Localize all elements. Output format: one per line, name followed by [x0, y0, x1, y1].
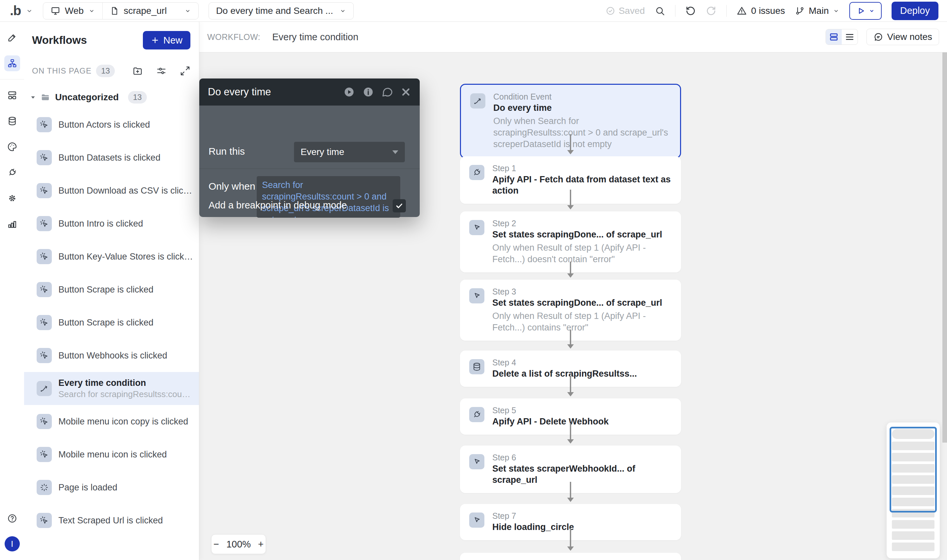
- help-button[interactable]: [4, 511, 20, 526]
- workflow-list-item[interactable]: Mobile menu icon is clicked: [24, 438, 199, 471]
- expand-icon[interactable]: [180, 66, 190, 76]
- workflow-list-item[interactable]: Every time condition Search for scraping…: [24, 372, 199, 405]
- issues-button[interactable]: 0 issues: [736, 6, 785, 16]
- list-view-button[interactable]: [842, 29, 858, 45]
- workflow-list: Button Actors is clicked Button Datasets…: [24, 108, 199, 537]
- workflow-list-item[interactable]: Mobile menu icon copy is clicked: [24, 405, 199, 438]
- caret-down-icon: [392, 151, 398, 157]
- components-icon: [7, 90, 17, 100]
- search-icon[interactable]: [654, 6, 665, 16]
- new-workflow-button[interactable]: New: [143, 31, 190, 49]
- breakpoint-checkbox[interactable]: [393, 199, 406, 212]
- deploy-button[interactable]: Deploy: [892, 2, 938, 20]
- workflow-list-item[interactable]: Button Scrape is clicked: [24, 306, 199, 339]
- close-icon[interactable]: [400, 87, 411, 97]
- workflow-list-item[interactable]: Button Key-Value Stores is clicked: [24, 240, 199, 273]
- check-icon: [395, 202, 403, 210]
- on-this-page-row: ON THIS PAGE 13: [24, 49, 199, 77]
- cursor2-icon: [469, 454, 484, 469]
- condition-icon: [470, 93, 485, 109]
- comment-icon[interactable]: [382, 86, 393, 98]
- cursor-icon: [37, 216, 52, 231]
- folder-plus-icon[interactable]: [132, 66, 143, 76]
- workflow-node[interactable]: Step 8: [460, 553, 681, 560]
- event-properties-dialog: Do every time Run this Every time Only w…: [199, 78, 420, 217]
- gear-icon: [7, 193, 17, 203]
- zoom-in-button[interactable]: +: [258, 539, 263, 550]
- cursor-icon: [37, 447, 52, 462]
- page-dropdown[interactable]: scrape_url: [103, 3, 198, 19]
- panel-title: Workflows: [32, 34, 87, 46]
- context-switcher: Web scrape_url: [43, 2, 199, 20]
- rail-item-components[interactable]: [4, 88, 20, 103]
- workflow-list-item[interactable]: Button Intro is clicked: [24, 207, 199, 240]
- canvas-scrollbar[interactable]: [942, 52, 947, 443]
- workflow-list-item[interactable]: Button Download as CSV is clicked: [24, 174, 199, 207]
- workflow-list-item[interactable]: Page is loaded: [24, 471, 199, 504]
- warning-triangle-icon: [736, 6, 747, 16]
- workflow-list-item[interactable]: Button Webhooks is clicked: [24, 339, 199, 372]
- branch-selector[interactable]: Main: [795, 6, 839, 16]
- cards-view-button[interactable]: [826, 29, 842, 45]
- database-icon: [7, 116, 17, 126]
- filter-sliders-icon[interactable]: [156, 66, 166, 76]
- connector-arrow: [566, 262, 575, 278]
- chevron-down-icon: [833, 8, 839, 14]
- dialog-title: Do every time: [208, 86, 271, 98]
- rail-item-data[interactable]: [4, 113, 20, 129]
- workflow-list-item[interactable]: Button Actors is clicked: [24, 108, 199, 141]
- caret-down-icon: [30, 94, 36, 100]
- rail-item-workflow[interactable]: [4, 55, 20, 71]
- top-bar: .b Web scrape_url Do every time and Sear…: [0, 0, 947, 22]
- spinner-icon: [37, 480, 52, 495]
- cursor-icon: [37, 414, 52, 429]
- issues-label: 0 issues: [751, 6, 785, 16]
- redo-icon[interactable]: [706, 6, 716, 16]
- dialog-header[interactable]: Do every time: [199, 78, 420, 106]
- breakpoint-label: Add a breakpoint in debug mode: [209, 200, 347, 211]
- bubble-logo[interactable]: .b: [10, 3, 21, 18]
- cursor-icon: [37, 150, 52, 165]
- rail-item-plugins[interactable]: [4, 165, 20, 180]
- workflow-list-item[interactable]: Button Scrape is clicked: [24, 273, 199, 306]
- chevron-down-icon: [340, 8, 346, 14]
- run-workflow-icon[interactable]: [343, 86, 355, 98]
- rail-item-styles[interactable]: [4, 139, 20, 155]
- minimap[interactable]: [887, 423, 940, 558]
- workflow-selector-dropdown[interactable]: Do every time and Search ...: [209, 2, 354, 20]
- play-icon: [856, 6, 865, 15]
- workflow-list-item[interactable]: Text Scraped Url is clicked: [24, 504, 199, 537]
- info-icon[interactable]: [362, 86, 374, 98]
- chevron-down-icon[interactable]: [26, 7, 33, 14]
- count-badge: 13: [96, 65, 115, 77]
- minimap-viewport[interactable]: [890, 427, 937, 512]
- save-status: Saved: [605, 6, 645, 16]
- chevron-down-icon: [88, 8, 95, 14]
- run-preview-button[interactable]: [849, 2, 882, 20]
- minimap-bar: [892, 531, 935, 540]
- workflow-header-name: Every time condition: [272, 32, 358, 43]
- cards-view-icon: [829, 32, 839, 42]
- rail-item-design[interactable]: [4, 30, 20, 46]
- zoom-out-button[interactable]: −: [214, 539, 219, 550]
- page-icon: [110, 6, 119, 15]
- dialog-header-icons: [343, 86, 411, 98]
- sitemap-icon: [7, 58, 17, 68]
- run-this-dropdown[interactable]: Every time: [294, 142, 405, 162]
- only-when-expression[interactable]: Search for scrapingResultss:count > 0 an…: [257, 176, 400, 218]
- rail-item-settings[interactable]: [4, 190, 20, 206]
- connector-arrow: [566, 423, 575, 443]
- account-avatar[interactable]: I: [5, 536, 20, 551]
- undo-icon[interactable]: [685, 6, 696, 16]
- git-branch-icon: [795, 6, 805, 16]
- platform-label: Web: [65, 6, 84, 16]
- view-notes-button[interactable]: View notes: [867, 29, 939, 45]
- rail-item-logs[interactable]: [4, 216, 20, 232]
- workflow-list-item[interactable]: Button Datasets is clicked: [24, 141, 199, 174]
- cursor-icon: [37, 117, 52, 132]
- dialog-body: Run this Every time Only when Search for…: [199, 106, 420, 217]
- folder-group-uncategorized[interactable]: Uncategorized 13: [24, 77, 199, 107]
- cursor2-icon: [469, 512, 484, 528]
- platform-dropdown[interactable]: Web: [43, 3, 102, 19]
- question-circle-icon: [7, 513, 17, 524]
